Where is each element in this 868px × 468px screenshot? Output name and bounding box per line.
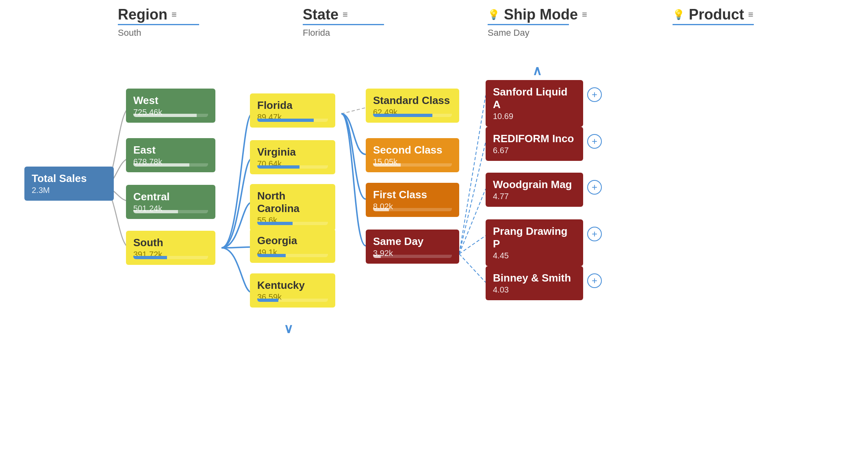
svg-line-4 <box>459 236 486 254</box>
svg-line-0 <box>341 108 366 114</box>
state-scroll-down[interactable]: ∨ <box>284 321 293 336</box>
south-label: South <box>133 236 208 249</box>
col-header-product: 💡 Product ≡ <box>664 6 849 38</box>
kentucky-label: Kentucky <box>257 279 328 292</box>
col-header-state: State ≡ Florida <box>295 6 480 38</box>
sanford-plus-btn[interactable]: + <box>587 87 602 102</box>
node-same-day[interactable]: Same Day 3.92k <box>366 230 459 264</box>
woodgrain-value: 4.77 <box>493 192 576 201</box>
node-east[interactable]: East 678.78k <box>126 138 215 172</box>
total-sales-label: Total Sales <box>32 172 106 185</box>
shipmode-subtitle: Same Day <box>488 28 529 38</box>
node-kentucky[interactable]: Kentucky 36.59k <box>250 273 335 308</box>
product-underline <box>673 24 754 25</box>
node-prang[interactable]: Prang Drawing P 4.45 <box>486 219 583 266</box>
product-menu-icon[interactable]: ≡ <box>748 9 753 20</box>
binney-label: Binney & Smith <box>493 272 576 284</box>
product-bulb-icon: 💡 <box>673 9 685 20</box>
node-florida[interactable]: Florida 89.47k <box>250 93 335 128</box>
region-menu-icon[interactable]: ≡ <box>171 9 177 20</box>
total-sales-value: 2.3M <box>32 186 106 195</box>
node-virginia[interactable]: Virginia 70.64k <box>250 140 335 174</box>
central-label: Central <box>133 191 208 203</box>
prang-value: 4.45 <box>493 251 576 260</box>
woodgrain-label: Woodgrain Mag <box>493 178 576 191</box>
col-header-region: Region ≡ South <box>110 6 295 38</box>
node-woodgrain[interactable]: Woodgrain Mag 4.77 <box>486 173 583 207</box>
node-standard-class[interactable]: Standard Class 62.49k <box>366 89 459 123</box>
state-title: State <box>303 6 339 23</box>
col-header-shipmode: 💡 Ship Mode ≡ Same Day <box>480 6 664 38</box>
sanford-label: Sanford Liquid A <box>493 86 576 111</box>
shipmode-bulb-icon: 💡 <box>488 9 500 20</box>
standard-class-label: Standard Class <box>373 94 452 107</box>
node-binney[interactable]: Binney & Smith 4.03 <box>486 266 583 300</box>
region-title: Region <box>118 6 167 23</box>
second-class-label: Second Class <box>373 144 452 156</box>
prang-label: Prang Drawing P <box>493 225 576 250</box>
shipmode-underline <box>488 24 569 25</box>
sanford-value: 10.69 <box>493 112 576 121</box>
rediform-value: 6.67 <box>493 146 576 155</box>
region-subtitle: South <box>118 28 141 38</box>
column-headers: Region ≡ South State ≡ Florida 💡 Ship Mo… <box>110 6 849 38</box>
svg-line-1 <box>459 95 486 254</box>
product-title: Product <box>689 6 744 23</box>
node-central[interactable]: Central 501.24k <box>126 185 215 219</box>
shipmode-menu-icon[interactable]: ≡ <box>582 9 587 20</box>
node-total-sales[interactable]: Total Sales 2.3M <box>24 167 114 201</box>
state-menu-icon[interactable]: ≡ <box>343 9 348 20</box>
woodgrain-plus-btn[interactable]: + <box>587 180 602 195</box>
georgia-label: Georgia <box>257 234 328 247</box>
prang-plus-btn[interactable]: + <box>587 227 602 241</box>
east-label: East <box>133 144 208 156</box>
first-class-label: First Class <box>373 188 452 201</box>
state-underline <box>303 24 384 25</box>
node-rediform[interactable]: REDIFORM Inco 6.67 <box>486 127 583 161</box>
product-scroll-up[interactable]: ∧ <box>532 63 542 78</box>
rediform-label: REDIFORM Inco <box>493 132 576 145</box>
shipmode-title: Ship Mode <box>504 6 578 23</box>
binney-value: 4.03 <box>493 285 576 295</box>
florida-label: Florida <box>257 99 328 112</box>
node-georgia[interactable]: Georgia 49.1k <box>250 229 335 263</box>
virginia-label: Virginia <box>257 146 328 158</box>
svg-line-5 <box>459 254 486 282</box>
node-sanford[interactable]: Sanford Liquid A 10.69 <box>486 80 583 127</box>
north-carolina-label: North Carolina <box>257 190 328 215</box>
west-label: West <box>133 94 208 107</box>
svg-line-3 <box>459 189 486 254</box>
node-north-carolina[interactable]: North Carolina 55.6k <box>250 184 335 231</box>
binney-plus-btn[interactable]: + <box>587 273 602 288</box>
node-first-class[interactable]: First Class 8.02k <box>366 183 459 217</box>
node-second-class[interactable]: Second Class 15.05k <box>366 138 459 172</box>
region-underline <box>118 24 199 25</box>
node-west[interactable]: West 725.46k <box>126 89 215 123</box>
node-south[interactable]: South 391.72k <box>126 231 215 265</box>
same-day-label: Same Day <box>373 235 452 248</box>
state-subtitle: Florida <box>303 28 330 38</box>
svg-line-2 <box>459 142 486 254</box>
rediform-plus-btn[interactable]: + <box>587 134 602 149</box>
chart-container: Region ≡ South State ≡ Florida 💡 Ship Mo… <box>0 0 868 468</box>
